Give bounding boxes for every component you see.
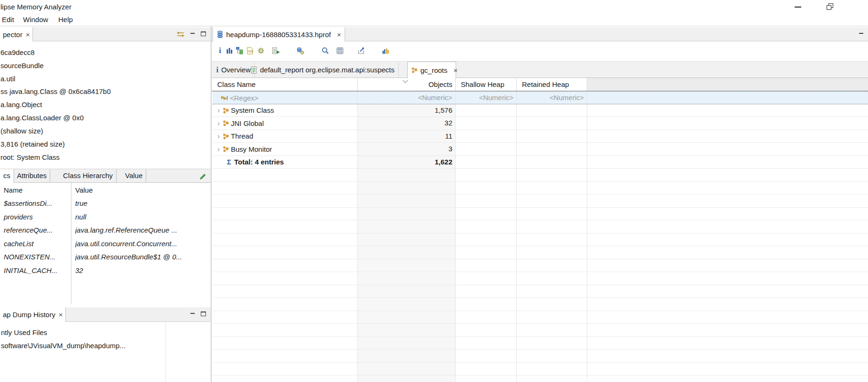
gc-roots-icon xyxy=(223,146,229,152)
row-objects: 1,576 xyxy=(357,104,455,117)
acquire-heap-icon[interactable] xyxy=(296,47,305,55)
table-row[interactable]: INITIAL_CACH... 32 xyxy=(0,264,211,277)
info-icon xyxy=(216,67,218,73)
history-item[interactable]: software\JVisualVM_dump\heapdump... xyxy=(1,339,126,352)
table-row[interactable]: JNI Global 32 xyxy=(213,117,868,130)
column-divider[interactable] xyxy=(587,78,587,91)
column-divider xyxy=(166,322,166,382)
header-border xyxy=(212,91,868,91)
export-icon[interactable] xyxy=(357,47,365,55)
close-icon[interactable] xyxy=(26,31,30,38)
column-header-shallow-heap[interactable]: Shallow Heap xyxy=(455,78,516,91)
column-header-class-name[interactable]: Class Name xyxy=(213,78,357,91)
pencil-icon[interactable] xyxy=(199,172,206,181)
dominator-tree-icon[interactable] xyxy=(236,47,244,55)
statics-table: Name Value $assertionsDi... true provide… xyxy=(0,183,211,306)
field-value: java.util.concurrent.Concurrent... xyxy=(75,237,210,250)
filter-cell-class-name[interactable]: <Regex> xyxy=(213,92,357,105)
row-label: System Class xyxy=(231,104,274,117)
gc-roots-icon xyxy=(223,133,229,140)
table-row[interactable]: referenceQue... java.lang.ref.ReferenceQ… xyxy=(0,224,211,237)
filter-numeric[interactable]: <Numeric> xyxy=(516,92,587,105)
title-bar: lipse Memory Analyzer xyxy=(0,0,868,14)
customize-icon[interactable] xyxy=(257,47,265,55)
calculator-icon[interactable] xyxy=(336,47,344,55)
row-objects: 3 xyxy=(357,143,455,156)
expand-chevron-icon[interactable] xyxy=(215,143,222,156)
history-item[interactable]: ntly Used Files xyxy=(1,326,47,339)
inspector-section-tabbar: cs Attributes Class Hierarchy Value xyxy=(0,169,211,183)
inspector-line: root: System Class xyxy=(0,151,210,164)
application-window: lipse Memory Analyzer Edit Window Help p… xyxy=(0,0,868,382)
tab-gc-roots[interactable]: gc_roots xyxy=(407,62,456,78)
svg-text:OQL: OQL xyxy=(248,50,253,53)
oql-icon[interactable]: OQL xyxy=(246,47,254,55)
field-name: providers xyxy=(4,210,69,224)
editor-toolbar: OQL xyxy=(212,41,868,62)
tab-inspector[interactable]: pector xyxy=(0,27,33,41)
table-row[interactable]: NONEXISTEN... java.util.ResourceBundle$1… xyxy=(0,250,211,264)
compare-icon[interactable] xyxy=(381,47,390,55)
column-divider[interactable] xyxy=(455,78,456,91)
expand-chevron-icon[interactable] xyxy=(215,104,222,117)
row-objects: 32 xyxy=(357,117,455,130)
row-objects: 1,622 xyxy=(357,156,455,169)
tab-value[interactable]: Value xyxy=(122,169,146,182)
menu-help[interactable]: Help xyxy=(58,16,73,23)
row-objects: 11 xyxy=(357,130,455,143)
tab-heap-dump-history[interactable]: ap Dump History xyxy=(0,307,66,322)
field-name: referenceQue... xyxy=(4,224,69,237)
tab-default-report[interactable]: default_report org.eclipse.mat.api:suspe… xyxy=(247,62,399,78)
menu-edit[interactable]: Edit xyxy=(2,16,14,23)
table-row[interactable]: cacheList java.util.concurrent.Concurren… xyxy=(0,237,211,250)
maximize-icon[interactable] xyxy=(201,31,206,36)
tab-label: pector xyxy=(3,31,23,39)
filter-numeric[interactable]: <Numeric> xyxy=(357,92,455,105)
filter-regex[interactable]: <Regex> xyxy=(230,92,259,104)
tab-attributes[interactable]: Attributes xyxy=(14,169,50,182)
search-icon[interactable] xyxy=(321,47,330,55)
histogram-icon[interactable] xyxy=(225,47,234,55)
column-divider xyxy=(516,91,517,382)
restore-icon[interactable] xyxy=(827,3,833,10)
maximize-icon[interactable] xyxy=(201,312,206,316)
menu-window[interactable]: Window xyxy=(23,16,48,23)
column-header-value[interactable]: Value xyxy=(75,186,93,194)
link-with-snapshot-icon[interactable] xyxy=(176,31,185,39)
filter-row[interactable]: <Regex> <Numeric> <Numeric> <Numeric> xyxy=(213,91,868,104)
tab-label: ap Dump History xyxy=(3,311,55,319)
column-divider[interactable] xyxy=(516,78,517,91)
tab-class-hierarchy[interactable]: Class Hierarchy xyxy=(60,169,117,182)
column-divider[interactable] xyxy=(357,78,358,91)
column-header-retained-heap[interactable]: Retained Heap xyxy=(516,78,587,91)
tab-heapdump-editor[interactable]: heapdump-1688805331433.hprof xyxy=(213,27,345,42)
filter-numeric[interactable]: <Numeric> xyxy=(455,92,516,105)
tab-statics[interactable]: cs xyxy=(0,169,14,183)
total-row[interactable]: Total: 4 entries 1,622 xyxy=(213,156,868,169)
minimize-icon[interactable] xyxy=(795,7,801,8)
column-divider xyxy=(587,91,587,382)
minimize-icon[interactable] xyxy=(190,312,195,317)
close-icon[interactable] xyxy=(59,311,63,318)
table-row[interactable]: providers null xyxy=(0,210,211,224)
gc-roots-icon xyxy=(223,120,229,126)
table-row[interactable]: Busy Monitor 3 xyxy=(213,143,868,156)
field-name: NONEXISTEN... xyxy=(4,250,69,264)
column-divider xyxy=(357,91,358,382)
info-icon[interactable] xyxy=(216,47,224,55)
inspector-line: a.lang.ClassLoader @ 0x0 xyxy=(0,111,210,125)
field-value: 32 xyxy=(75,264,210,277)
close-icon[interactable] xyxy=(454,67,458,74)
column-header-name[interactable]: Name xyxy=(4,186,23,194)
expand-chevron-icon[interactable] xyxy=(215,130,222,142)
sash-divider[interactable] xyxy=(211,26,212,382)
minimize-icon[interactable] xyxy=(190,31,195,37)
inspector-line: 6ca9decc8 xyxy=(0,46,210,59)
table-row[interactable]: Thread 11 xyxy=(213,130,868,143)
run-report-icon[interactable] xyxy=(272,47,280,55)
expand-chevron-icon[interactable] xyxy=(215,117,222,130)
field-value: java.util.ResourceBundle$1 @ 0... xyxy=(75,250,210,264)
close-icon[interactable] xyxy=(337,31,341,38)
table-row[interactable]: $assertionsDi... true xyxy=(0,197,211,210)
table-row[interactable]: System Class 1,576 xyxy=(213,104,868,117)
